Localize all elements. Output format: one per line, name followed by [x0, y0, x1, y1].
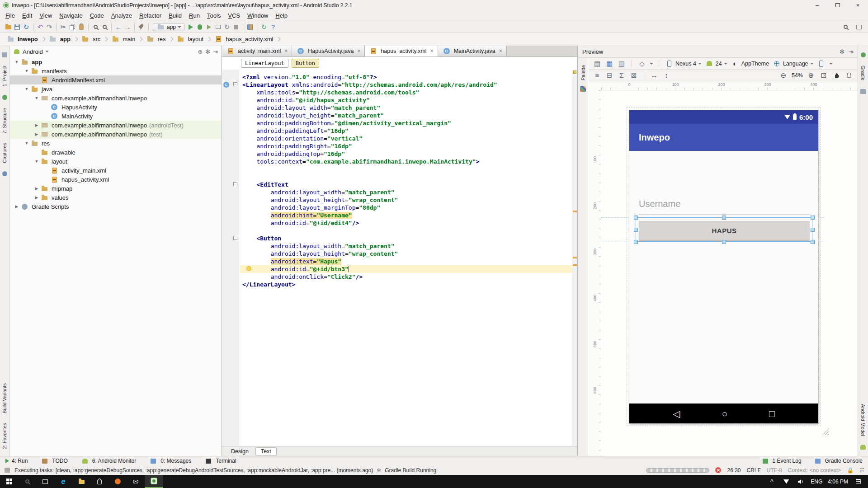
inspection-status-icon[interactable] — [573, 70, 576, 74]
tree-collapse-icon[interactable]: ▼ — [14, 60, 20, 64]
tree-row[interactable]: CMainActivity — [10, 112, 221, 121]
hide-panel-icon[interactable]: ⇥ — [213, 49, 218, 55]
align-icon[interactable]: ≡ — [593, 71, 602, 80]
breadcrumb-src[interactable]: src — [80, 34, 102, 43]
selection-handle[interactable] — [811, 228, 815, 232]
expand-icon[interactable]: ⊟ — [605, 71, 614, 80]
sigma-icon[interactable]: Σ — [617, 71, 626, 80]
menu-item-view[interactable]: View — [36, 11, 56, 20]
sync-icon[interactable]: ↻ — [22, 23, 31, 32]
code-line[interactable]: android:orientation="vertical" — [240, 135, 572, 142]
taskbar-mail[interactable]: ✉ — [127, 475, 145, 488]
tree-collapse-icon[interactable]: ▼ — [24, 87, 30, 91]
breadcrumb-res[interactable]: res — [144, 34, 167, 43]
stripe-mark[interactable] — [573, 211, 577, 212]
tool-strip-build-variants[interactable]: Build Variants — [2, 383, 7, 413]
arrow-v-icon[interactable]: ↕ — [662, 71, 671, 80]
code-line[interactable]: xmlns:tools="http://schemas.android.com/… — [240, 89, 572, 96]
tool-strip-2-favorites[interactable]: 2: Favorites — [2, 423, 7, 449]
tool-strip-1-project[interactable]: 1: Project — [2, 66, 7, 86]
close-button[interactable]: × — [848, 0, 868, 10]
toolwindow-button-4-run[interactable]: 4: Run — [5, 458, 28, 464]
selection-handle[interactable] — [634, 228, 638, 232]
toolwindow-button-0-messages[interactable]: 0: Messages — [149, 456, 191, 465]
code-line[interactable]: android:layout_width="match_parent" — [240, 242, 572, 250]
editor-tab-hapus-activity-xml[interactable]: hapus_activity.xml× — [365, 46, 438, 56]
toolwindow-switcher-icon[interactable] — [4, 467, 11, 474]
device-resize-handle[interactable] — [822, 428, 829, 435]
tree-row[interactable]: ▼java — [10, 84, 221, 94]
tree-row[interactable]: ▶com.example.abifirmandhani.inwepo(test) — [10, 130, 221, 139]
preview-canvas[interactable]: 6:00 Inwepo Username HAPUS ◁ ○ □ — [601, 90, 858, 456]
zoom-fit-icon[interactable] — [819, 71, 828, 80]
code-line[interactable]: <?xml version="1.0" encoding="utf-8"?> — [240, 73, 572, 81]
tree-row[interactable]: ▼app — [10, 57, 221, 66]
tree-expand-icon[interactable]: ▶ — [14, 204, 20, 209]
lock-icon[interactable]: 🔒 — [847, 468, 854, 473]
save-icon[interactable] — [13, 23, 22, 32]
locate-icon[interactable]: ⊕ — [198, 49, 203, 55]
gray-dot-icon[interactable] — [859, 87, 868, 96]
code-line[interactable]: android:paddingBottom="@dimen/activity_v… — [240, 119, 572, 127]
toolwindow-button-1-event-log[interactable]: 1 Event Log — [761, 456, 802, 465]
tree-row[interactable]: ▶Gradle Scripts — [10, 202, 221, 211]
code-line[interactable]: android:id="@+id/hapus_activity" — [240, 96, 572, 104]
maximize-button[interactable] — [827, 0, 848, 10]
fold-marker-icon[interactable]: – — [233, 182, 237, 186]
tree-collapse-icon[interactable]: ▼ — [24, 69, 30, 73]
toolwindow-button-todo[interactable]: TODO — [40, 456, 67, 465]
zoom-out-icon[interactable]: ⊖ — [779, 71, 788, 80]
toolwindow-button-terminal[interactable]: Terminal — [204, 456, 236, 465]
menu-item-file[interactable]: File — [2, 11, 19, 20]
code-line[interactable]: android:layout_marginTop="80dp" — [240, 204, 572, 211]
recents-nav-icon[interactable]: □ — [769, 409, 775, 418]
taskbar-search[interactable] — [18, 475, 36, 488]
tag-chip-button[interactable]: Button — [292, 59, 319, 68]
paste-icon[interactable] — [77, 23, 86, 32]
menu-item-run[interactable]: Run — [185, 11, 203, 20]
tree-expand-icon[interactable]: ▶ — [33, 132, 40, 136]
code-line[interactable] — [240, 227, 572, 235]
code-line[interactable] — [240, 173, 572, 181]
cut-icon[interactable]: ✂ — [59, 23, 68, 32]
username-edittext[interactable]: Username — [639, 199, 680, 209]
selection-handle[interactable] — [811, 240, 815, 244]
tree-expand-icon[interactable]: ▶ — [33, 195, 40, 200]
taskbar-android-studio[interactable] — [145, 475, 163, 488]
tool-strip-android-model[interactable]: Android Model — [860, 404, 866, 436]
android-icon[interactable] — [859, 442, 868, 451]
tag-chip-linearlayout[interactable]: LinearLayout — [241, 59, 288, 68]
tree-collapse-icon[interactable]: ▼ — [24, 141, 30, 145]
preview-hide-icon[interactable]: ⇥ — [849, 49, 854, 55]
editor-tab-activity-main-xml[interactable]: activity_main.xml× — [222, 46, 292, 56]
orientation-icon[interactable]: ◇ — [637, 59, 646, 68]
code-line[interactable]: <EditText — [240, 181, 572, 188]
breadcrumb-main[interactable]: main — [109, 34, 137, 43]
intention-bulb-icon[interactable] — [246, 266, 251, 271]
replace-icon[interactable] — [100, 23, 109, 32]
theme-selector[interactable]: ◐AppTheme — [731, 59, 769, 68]
layout-variant-3-icon[interactable]: ▥ — [617, 59, 626, 68]
taskbar-task-view[interactable] — [36, 475, 54, 488]
chevron-up-icon[interactable]: ^ — [767, 477, 776, 486]
run-configuration-selector[interactable]: app — [153, 23, 184, 31]
class-context-icon[interactable]: C — [223, 82, 229, 88]
menu-item-refactor[interactable]: Refactor — [136, 11, 165, 20]
tree-row[interactable]: ▼layout — [10, 157, 221, 166]
tab-close-icon[interactable]: × — [499, 48, 502, 54]
layout-variant-1-icon[interactable]: ▤ — [593, 59, 602, 68]
tool-strip-7-structure[interactable]: 7: Structure — [2, 108, 7, 134]
code-line[interactable]: <Button — [240, 235, 572, 242]
code-area[interactable]: C––– <?xml version="1.0" encoding="utf-8… — [222, 70, 572, 446]
tree-row[interactable]: ▼res — [10, 139, 221, 148]
taskbar-start[interactable] — [0, 475, 18, 488]
panels-icon[interactable] — [854, 23, 863, 32]
layout-variant-2-icon[interactable]: ▦ — [605, 59, 614, 68]
editor-mode-tab-text[interactable]: Text — [255, 447, 277, 455]
tray-clock[interactable]: 4:06 PM — [828, 479, 848, 485]
project-structure-icon[interactable] — [245, 23, 255, 32]
undo-icon[interactable]: ↶ — [36, 23, 45, 32]
tree-row[interactable]: ▶values — [10, 193, 221, 202]
code-line[interactable]: android:layout_width="match_parent" — [240, 104, 572, 112]
restart-icon[interactable]: ↻ — [222, 23, 231, 32]
